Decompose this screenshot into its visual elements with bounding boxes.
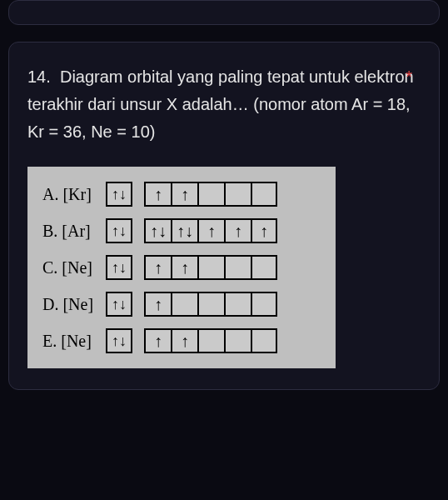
orbital-box: ↑ [171,255,197,280]
option-label: B. [Ar] [42,222,94,241]
orbital-box [251,182,277,207]
orbital-s-box: ↑↓ [106,182,132,207]
orbital-s-box: ↑↓ [106,292,132,317]
orbital-box: ↑ [251,218,277,243]
orbital-box: ↑↓ [171,218,197,243]
orbital-box [197,182,224,207]
required-asterisk: * [406,63,412,91]
orbital-box: ↑ [144,328,171,353]
orbital-group: ↑ ↑ [144,255,277,280]
orbital-box: ↑ [144,255,171,280]
orbital-box [224,328,251,353]
orbital-box [197,292,224,317]
previous-card [8,0,440,25]
orbital-box [197,328,224,353]
option-label: C. [Ne] [42,258,94,278]
orbital-box: ↑ [171,328,197,353]
option-label: E. [Ne] [42,332,94,351]
orbital-box [224,292,251,317]
option-row-e: E. [Ne] ↑↓ ↑ ↑ [42,328,321,353]
option-label: A. [Kr] [42,185,94,204]
orbital-s-box: ↑↓ [106,218,132,243]
option-row-b: B. [Ar] ↑↓ ↑↓ ↑↓ ↑ ↑ ↑ [42,218,321,243]
option-row-d: D. [Ne] ↑↓ ↑ [42,292,321,317]
orbital-box [224,255,251,280]
question-body: Diagram orbital yang paling tepat untuk … [27,68,414,141]
orbital-group: ↑ ↑ [144,328,277,353]
orbital-box: ↑↓ [144,218,171,243]
orbital-box [224,182,251,207]
orbital-box [171,292,197,317]
orbital-box: ↑ [224,218,251,243]
orbital-box [251,292,277,317]
option-row-c: C. [Ne] ↑↓ ↑ ↑ [42,255,321,280]
orbital-group: ↑↓ ↑↓ ↑ ↑ ↑ [144,218,277,243]
orbital-group: ↑ ↑ [144,182,277,207]
option-row-a: A. [Kr] ↑↓ ↑ ↑ [42,182,321,207]
orbital-box [251,328,277,353]
orbital-s-box: ↑↓ [106,328,132,353]
orbital-diagram-image: A. [Kr] ↑↓ ↑ ↑ B. [Ar] ↑↓ ↑↓ ↑↓ ↑ ↑ ↑ [27,167,336,368]
orbital-box: ↑ [171,182,197,207]
option-label: D. [Ne] [42,295,94,314]
orbital-s-box: ↑↓ [106,255,132,280]
orbital-box: ↑ [144,182,171,207]
orbital-group: ↑ [144,292,277,317]
question-text: 14. Diagram orbital yang paling tepat un… [27,63,421,146]
orbital-box: ↑ [144,292,171,317]
orbital-box [197,255,224,280]
orbital-box [251,255,277,280]
question-card: 14. Diagram orbital yang paling tepat un… [8,42,440,390]
orbital-box: ↑ [197,218,224,243]
question-number: 14. [27,68,51,86]
